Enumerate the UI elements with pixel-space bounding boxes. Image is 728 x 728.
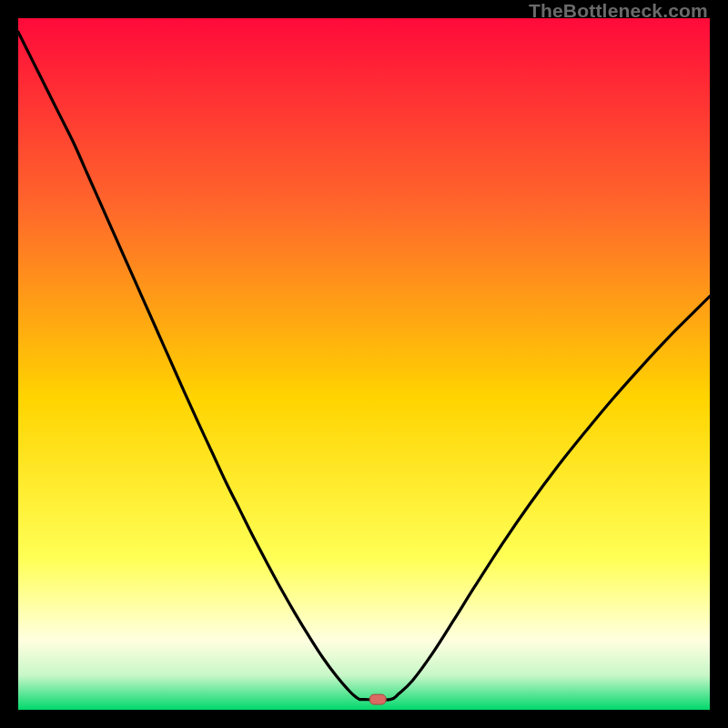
- gradient-background: [18, 18, 710, 710]
- chart-frame: TheBottleneck.com: [0, 0, 728, 728]
- chart-svg: [18, 18, 710, 710]
- chart-plot-area: [18, 18, 710, 710]
- optimal-marker: [369, 694, 386, 704]
- watermark-text: TheBottleneck.com: [529, 0, 708, 22]
